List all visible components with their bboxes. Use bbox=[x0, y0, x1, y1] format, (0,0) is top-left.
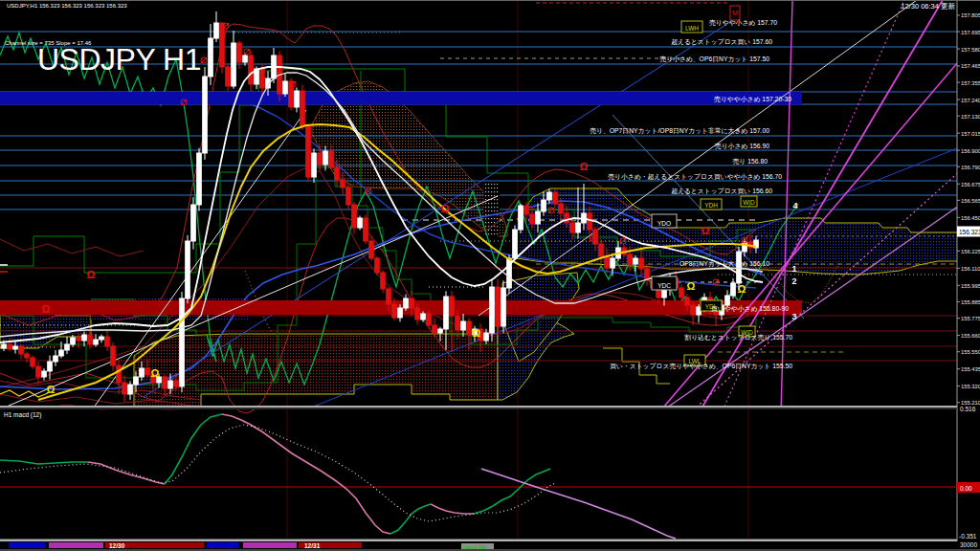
svg-text:YDC: YDC bbox=[657, 282, 671, 289]
svg-text:macd 280: macd 280 bbox=[463, 544, 486, 550]
svg-text:155.550: 155.550 bbox=[961, 349, 980, 355]
svg-text:12/30 06:34 更新: 12/30 06:34 更新 bbox=[901, 2, 955, 11]
svg-text:156.900: 156.900 bbox=[961, 148, 980, 154]
svg-text:156.110: 156.110 bbox=[961, 266, 980, 272]
svg-text:30000: 30000 bbox=[960, 541, 977, 548]
svg-text:4: 4 bbox=[792, 201, 797, 210]
svg-text:156.565: 156.565 bbox=[961, 198, 980, 204]
svg-text:157.580: 157.580 bbox=[961, 47, 980, 53]
svg-text:Ω: Ω bbox=[738, 283, 746, 295]
svg-text:156.225: 156.225 bbox=[961, 249, 980, 254]
svg-text:-0.351: -0.351 bbox=[959, 533, 977, 540]
svg-text:155.995: 155.995 bbox=[961, 283, 980, 289]
svg-text:YDO: YDO bbox=[657, 220, 671, 227]
svg-text:USDJPY,H1 156.323 156.323 156: USDJPY,H1 156.323 156.323 156.323 156.32… bbox=[7, 3, 127, 9]
svg-text:買い・ストップロス売りやや小さめ、OP6日NYカット 155: 買い・ストップロス売りやや小さめ、OP6日NYカット 155.50 bbox=[610, 363, 792, 370]
svg-text:USDJPY H1: USDJPY H1 bbox=[37, 42, 201, 77]
svg-text:売りやや小さめ 157.20-30: 売りやや小さめ 157.20-30 bbox=[714, 96, 791, 103]
svg-text:売り小さめ・超えるとストップロス買いやや小さめ 156.70: 売り小さめ・超えるとストップロス買いやや小さめ 156.70 bbox=[608, 173, 782, 181]
svg-text:155.320: 155.320 bbox=[961, 384, 980, 389]
svg-text:157.130: 157.130 bbox=[961, 114, 980, 120]
svg-text:155.435: 155.435 bbox=[961, 366, 980, 372]
svg-text:157.355: 157.355 bbox=[961, 80, 980, 86]
svg-text:Ω: Ω bbox=[702, 225, 710, 236]
svg-text:W|D: W|D bbox=[743, 199, 755, 207]
svg-text:Ω: Ω bbox=[580, 161, 589, 172]
svg-text:155.775: 155.775 bbox=[961, 316, 980, 321]
svg-text:H1 macd (12): H1 macd (12) bbox=[4, 411, 41, 419]
svg-text:0.516: 0.516 bbox=[960, 406, 976, 412]
svg-text:売り、OP7日NYカット/OP8日NYカット非常に大きめ 1: 売り、OP7日NYカット/OP8日NYカット非常に大きめ 157.00 bbox=[590, 127, 769, 135]
svg-text:Ω: Ω bbox=[47, 384, 56, 395]
svg-text:2: 2 bbox=[791, 276, 796, 286]
svg-text:売り小さめ 156.90: 売り小さめ 156.90 bbox=[715, 143, 769, 150]
svg-text:OP8日NYカット大きめ 156.10: OP8日NYカット大きめ 156.10 bbox=[679, 260, 769, 268]
svg-text:Ω: Ω bbox=[42, 303, 51, 315]
svg-text:売り小さめ、OP6日NYカット 157.50: 売り小さめ、OP6日NYカット 157.50 bbox=[659, 55, 769, 63]
svg-text:156.450: 156.450 bbox=[961, 215, 980, 221]
svg-text:M: M bbox=[732, 10, 738, 16]
svg-text:12/31: 12/31 bbox=[304, 542, 321, 549]
svg-text:155.885: 155.885 bbox=[961, 299, 980, 305]
svg-text:売り 156.80: 売り 156.80 bbox=[733, 158, 768, 165]
svg-text:156.790: 156.790 bbox=[961, 165, 980, 170]
svg-text:1: 1 bbox=[791, 264, 796, 274]
svg-text:155.660: 155.660 bbox=[961, 333, 980, 339]
svg-text:超えるとストップロス買い 157.60: 超えるとストップロス買い 157.60 bbox=[671, 38, 772, 46]
svg-text:Ω: Ω bbox=[441, 203, 450, 214]
svg-text:YDH: YDH bbox=[704, 202, 718, 209]
svg-text:買いやや小さめ 155.80-90: 買いやや小さめ 155.80-90 bbox=[711, 305, 789, 313]
svg-text:Ω: Ω bbox=[87, 269, 96, 280]
svg-text:超えるとストップロス買い 156.60: 超えるとストップロス買い 156.60 bbox=[671, 187, 772, 195]
svg-text:LWH: LWH bbox=[685, 25, 699, 32]
svg-text:3: 3 bbox=[791, 312, 796, 321]
svg-text:Ω: Ω bbox=[473, 327, 481, 339]
svg-text:157.465: 157.465 bbox=[961, 63, 980, 69]
svg-text:割り込むとストップロス売り 155.70: 割り込むとストップロス売り 155.70 bbox=[684, 334, 792, 342]
svg-text:157.805: 157.805 bbox=[961, 12, 980, 18]
svg-text:売りやや小さめ 157.70: 売りやや小さめ 157.70 bbox=[709, 19, 777, 27]
svg-text:12/30: 12/30 bbox=[109, 542, 125, 549]
svg-text:Ω: Ω bbox=[151, 367, 160, 379]
svg-text:Ω: Ω bbox=[687, 280, 696, 292]
svg-text:0.00: 0.00 bbox=[960, 485, 972, 492]
svg-text:157.240: 157.240 bbox=[961, 98, 980, 103]
svg-text:157.015: 157.015 bbox=[961, 131, 980, 137]
svg-text:156.675: 156.675 bbox=[961, 182, 980, 187]
svg-text:156.323: 156.323 bbox=[959, 229, 980, 235]
svg-text:157.695: 157.695 bbox=[961, 30, 980, 35]
